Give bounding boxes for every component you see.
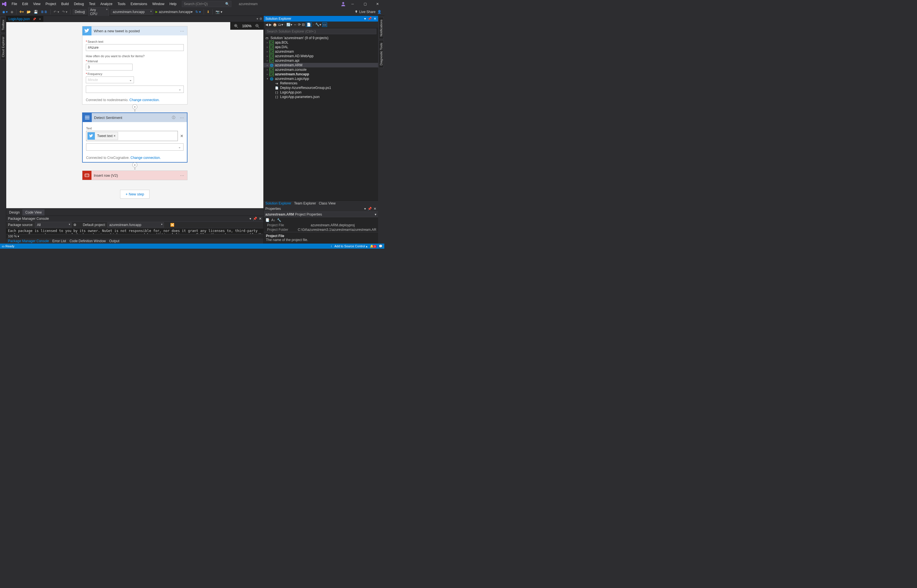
default-project-select[interactable]: azurestream.funcapp: [107, 222, 164, 228]
project-node[interactable]: ▹C#azurestream.api: [264, 58, 378, 63]
code-view-tab[interactable]: Code View: [23, 209, 44, 216]
tree-item[interactable]: 📄Deploy-AzureResourceGroup.ps1: [264, 86, 378, 90]
tree-item[interactable]: { }LogicApp.json: [264, 90, 378, 95]
nav-back-icon[interactable]: ◉ ▾: [1, 9, 9, 15]
panel-pin-icon[interactable]: 📌: [368, 207, 372, 211]
toolbox-tab[interactable]: Toolbox: [0, 17, 6, 33]
step-icon[interactable]: ⬇: [206, 9, 211, 15]
account-icon[interactable]: [341, 2, 346, 6]
notifications-tab[interactable]: Notifications: [379, 17, 384, 39]
expand-icon[interactable]: ▹: [265, 73, 269, 76]
expand-icon[interactable]: ▾: [265, 78, 269, 80]
package-source-select[interactable]: All: [35, 222, 72, 228]
zoom-in-icon[interactable]: [234, 24, 238, 28]
collapse-icon[interactable]: ⊟: [302, 23, 305, 27]
show-all-icon[interactable]: 📄: [306, 23, 312, 27]
menu-extensions[interactable]: Extensions: [128, 1, 150, 7]
minimize-button[interactable]: ─: [347, 1, 358, 7]
refresh-icon[interactable]: ⟳: [298, 23, 301, 27]
pending-icon[interactable]: 🔄▾: [286, 23, 292, 27]
panel-close-icon[interactable]: ✕: [373, 17, 376, 21]
menu-build[interactable]: Build: [59, 1, 71, 7]
save-icon[interactable]: 💾: [32, 9, 39, 15]
tab-close-icon[interactable]: ✕: [39, 18, 41, 21]
project-node[interactable]: ▾🌐azurestream.LogicApp: [264, 76, 378, 81]
add-param-dropdown[interactable]: ⌄: [86, 143, 184, 151]
property-object-selector[interactable]: azurestream.ARM Project Properties ▾: [264, 212, 378, 217]
code-def-tab[interactable]: Code Definition Window: [69, 239, 106, 243]
menu-edit[interactable]: Edit: [19, 1, 31, 7]
menu-view[interactable]: View: [31, 1, 43, 7]
insert-row-card[interactable]: Insert row (V2) ···: [82, 171, 187, 180]
panel-close-icon[interactable]: ✕: [259, 216, 262, 221]
fwd-icon[interactable]: ▶: [269, 23, 271, 27]
panel-dropdown-icon[interactable]: ▾: [364, 207, 366, 211]
design-tab[interactable]: Design: [6, 209, 23, 216]
prop-pages-icon[interactable]: 🔧: [277, 218, 281, 222]
redo-icon[interactable]: ↷ ▾: [61, 9, 69, 15]
menu-analyze[interactable]: Analyze: [98, 1, 115, 7]
publish-icon[interactable]: ↑: [331, 244, 332, 248]
alpha-icon[interactable]: A↓: [271, 218, 275, 222]
error-list-tab[interactable]: Error List: [52, 239, 66, 243]
add-param-dropdown[interactable]: ⌄: [86, 86, 184, 93]
settings-icon[interactable]: ⚙: [73, 223, 76, 227]
text-input[interactable]: Tweet text ×: [86, 131, 178, 141]
panel-pin-icon[interactable]: 📌: [253, 216, 257, 221]
sync-icon[interactable]: ↔: [294, 23, 297, 27]
frequency-select[interactable]: Minute⌄: [86, 76, 134, 83]
expand-icon[interactable]: ▹: [265, 41, 269, 44]
menu-window[interactable]: Window: [150, 1, 167, 7]
expand-icon[interactable]: ▹: [265, 64, 269, 66]
project-node[interactable]: ▹C#apa.BOL: [264, 40, 378, 45]
switch-views-icon[interactable]: 🗂▾: [278, 23, 283, 27]
tree-item[interactable]: •■References: [264, 81, 378, 86]
document-tab[interactable]: LogicApp.json 📌 ✕: [6, 16, 43, 22]
card-menu-icon[interactable]: ···: [177, 115, 187, 120]
tweet-text-chip[interactable]: Tweet text ×: [87, 132, 118, 140]
expand-icon[interactable]: ▹: [265, 59, 269, 62]
solution-node[interactable]: 🗃 Solution 'azurestream' (9 of 9 project…: [264, 36, 378, 40]
cloud-explorer-tab[interactable]: Cloud Explorer: [0, 34, 6, 60]
diagnostic-tools-tab[interactable]: Diagnostic Tools: [379, 40, 384, 68]
expand-icon[interactable]: ▹: [265, 68, 269, 71]
sentiment-card[interactable]: Detect Sentiment ⓘ ··· Text Tweet text ×: [82, 112, 187, 163]
menu-file[interactable]: File: [9, 1, 19, 7]
source-control-button[interactable]: Add to Source Control ▴: [334, 244, 368, 248]
panel-dropdown-icon[interactable]: ▾: [250, 216, 251, 221]
panel-pin-icon[interactable]: 📌: [368, 17, 372, 21]
quick-search[interactable]: Search (Ctrl+Q) 🔍: [182, 1, 231, 7]
card-menu-icon[interactable]: ···: [177, 29, 187, 33]
preview-icon[interactable]: ▭: [322, 23, 327, 27]
panel-close-icon[interactable]: ✕: [373, 207, 376, 211]
class-view-tab[interactable]: Class View: [319, 201, 336, 205]
expand-icon[interactable]: ▹: [265, 50, 269, 53]
project-node[interactable]: ▹C#azurestream: [264, 49, 378, 54]
menu-debug[interactable]: Debug: [71, 1, 86, 7]
info-icon[interactable]: ⓘ: [170, 115, 177, 120]
browser-refresh-icon[interactable]: ↻ ▾: [194, 9, 202, 15]
startup-dropdown[interactable]: azurestream.funcapp: [111, 9, 153, 15]
project-node[interactable]: ▹C#azurestream.funcapp: [264, 72, 378, 76]
nav-fwd-icon[interactable]: ◉: [9, 9, 15, 15]
share-user-icon[interactable]: 👤: [377, 10, 381, 14]
search-text-input[interactable]: [86, 44, 184, 51]
expand-icon[interactable]: ▹: [265, 45, 269, 48]
zoom-out-icon[interactable]: [255, 24, 260, 28]
interval-input[interactable]: [86, 64, 132, 71]
output-tab[interactable]: Output: [109, 239, 119, 243]
change-connection-link[interactable]: Change connection.: [131, 156, 161, 160]
new-step-button[interactable]: + New step: [120, 190, 149, 199]
properties-icon[interactable]: 🔧▾: [315, 23, 321, 27]
home-icon[interactable]: 🏠: [273, 23, 277, 27]
open-icon[interactable]: 📂: [26, 9, 32, 15]
project-node[interactable]: ▹🌐azurestream.ARM: [264, 63, 378, 68]
project-node[interactable]: ▹C#apa.DAL: [264, 45, 378, 49]
trigger-card[interactable]: When a new tweet is posted ··· *Search t…: [82, 26, 187, 105]
pin-icon[interactable]: 📌: [32, 18, 36, 21]
add-step-icon[interactable]: +: [132, 162, 137, 167]
team-explorer-tab[interactable]: Team Explorer: [294, 201, 316, 205]
feedback-icon[interactable]: 💬: [379, 244, 383, 248]
run-button[interactable]: ▶azurestream.funcapp ▾: [154, 9, 194, 15]
clear-icon[interactable]: ✕: [180, 134, 184, 138]
